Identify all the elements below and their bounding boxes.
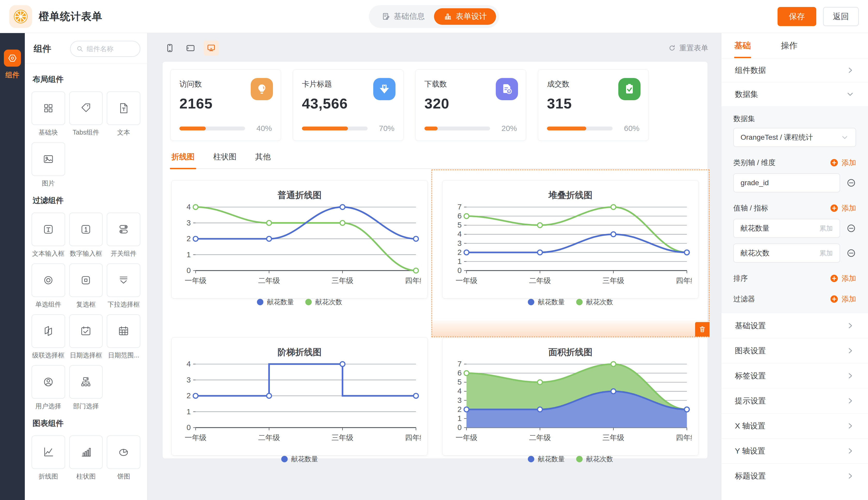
component-item[interactable]: 复选框 <box>69 263 103 309</box>
tag-icon <box>79 102 92 115</box>
stat-card[interactable]: 卡片标题 43,566 ¥ 70% <box>293 69 403 141</box>
component-item[interactable]: 级联选择框 <box>32 314 65 360</box>
tab-form-design[interactable]: 表单设计 <box>434 8 496 25</box>
remove-value-button[interactable] <box>846 224 856 233</box>
component-search-input[interactable] <box>87 45 133 53</box>
legend-item[interactable]: 献花次数 <box>576 455 613 464</box>
hexagon-icon <box>7 53 18 64</box>
add-sort-button[interactable]: 添加 <box>830 273 856 283</box>
delete-selected-button[interactable] <box>695 322 710 337</box>
stat-card[interactable]: 下载数 320 20% <box>415 69 526 141</box>
chart-card-1[interactable]: 堆叠折线图 01234567一年级二年级三年级四年级 献花数量 献花次数 <box>442 180 699 298</box>
stat-percent: 70% <box>373 124 394 133</box>
component-item[interactable]: 单选组件 <box>32 263 65 309</box>
component-item[interactable]: 部门选择 <box>69 365 103 410</box>
svg-text:¥: ¥ <box>383 85 386 90</box>
stat-card[interactable]: 访问数 2165 40% <box>170 69 281 141</box>
settings-row[interactable]: X 轴设置 <box>721 413 868 438</box>
dataset-collapse-row[interactable]: 数据集 <box>721 82 868 106</box>
tab-basic-info[interactable]: 基础信息 <box>372 8 434 25</box>
legend-item[interactable]: 献花数量 <box>528 455 565 464</box>
component-item-label: 折线图 <box>32 472 65 481</box>
legend-item[interactable]: 献花数量 <box>281 455 318 464</box>
svg-text:5: 5 <box>457 378 461 386</box>
component-item-label: 部门选择 <box>69 402 103 410</box>
chart-card-2[interactable]: 阶梯折线图 01234一年级二年级三年级四年级 献花数量 <box>171 337 428 456</box>
chart-card-0[interactable]: 普通折线图 01234一年级二年级三年级四年级 献花数量 献花次数 <box>171 180 428 298</box>
component-item[interactable]: 文本 <box>107 91 140 137</box>
settings-row[interactable]: 基础设置 <box>721 313 868 338</box>
chart-cell: 普通折线图 01234一年级二年级三年级四年级 献花数量 献花次数 <box>171 180 428 298</box>
component-item[interactable]: 日期范围... <box>107 314 140 360</box>
form-sheet[interactable]: 访问数 2165 40% 卡片标题 43,566 ¥ 70% 下载数 320 2… <box>162 61 708 459</box>
add-dimension-button[interactable]: 添加 <box>830 158 856 168</box>
bulb-icon <box>251 78 273 100</box>
component-item[interactable]: 下拉选择框 <box>107 263 140 309</box>
legend-item[interactable]: 献花次数 <box>576 297 613 307</box>
component-item-label: 单选组件 <box>32 300 65 309</box>
component-item[interactable]: 日期选择框 <box>69 314 103 360</box>
component-item[interactable]: 文本输入框 <box>32 213 65 258</box>
tab-basic[interactable]: 基础 <box>734 33 751 58</box>
svg-text:2: 2 <box>457 405 461 413</box>
minus-icon <box>846 248 856 258</box>
value-field[interactable]: 献花次数 累加 <box>733 243 840 263</box>
rail-components-button[interactable] <box>4 49 21 67</box>
svg-text:二年级: 二年级 <box>529 276 551 285</box>
device-toggle-tablet[interactable] <box>183 41 198 56</box>
value-field[interactable]: 献花数量 累加 <box>733 219 840 238</box>
chart-cell: 阶梯折线图 01234一年级二年级三年级四年级 献花数量 <box>171 337 428 456</box>
component-data-row[interactable]: 组件数据 <box>721 58 868 82</box>
add-value-button[interactable]: 添加 <box>830 203 856 213</box>
component-item[interactable]: 用户选择 <box>32 365 65 410</box>
settings-row[interactable]: 标签设置 <box>721 363 868 388</box>
component-search[interactable] <box>70 41 140 57</box>
stat-card[interactable]: 成交数 315 60% <box>538 69 648 141</box>
chart-legend: 献花数量 献花次数 <box>449 297 692 307</box>
chevron-right-icon <box>846 471 855 480</box>
legend-item[interactable]: 献花次数 <box>305 297 342 307</box>
legend-item[interactable]: 献花数量 <box>257 297 294 307</box>
save-button[interactable]: 保存 <box>778 7 816 26</box>
tab-actions[interactable]: 操作 <box>781 33 798 58</box>
stat-percent: 20% <box>496 124 517 133</box>
svg-text:四年级: 四年级 <box>676 276 692 285</box>
component-item[interactable]: 饼图 <box>107 435 140 481</box>
component-item[interactable]: 柱状图 <box>69 435 103 481</box>
settings-row[interactable]: 提示设置 <box>721 388 868 413</box>
reset-form-button[interactable]: 重置表单 <box>668 43 708 53</box>
chart-title: 阶梯折线图 <box>178 346 421 358</box>
back-button[interactable]: 返回 <box>823 7 859 26</box>
chart-legend: 献花数量 献花次数 <box>449 455 692 464</box>
remove-dimension-button[interactable] <box>846 178 856 188</box>
component-item[interactable]: 折线图 <box>32 435 65 481</box>
dimension-field[interactable]: grade_id <box>733 173 840 192</box>
aggregation-badge: 累加 <box>820 249 833 258</box>
remove-value-button[interactable] <box>846 248 856 258</box>
chart-card-3[interactable]: 面积折线图 01234567一年级二年级三年级四年级 献花数量 献花次数 <box>442 337 699 456</box>
component-item-label: Tabs组件 <box>69 128 103 137</box>
device-toggle-desktop[interactable] <box>204 41 219 56</box>
file-upload-icon <box>496 78 518 100</box>
chart-tab-1[interactable]: 柱状图 <box>213 151 236 168</box>
settings-row[interactable]: 图表设置 <box>721 338 868 363</box>
dataset-select[interactable]: OrangeTest / 课程统计 <box>733 128 856 147</box>
chart-tab-0[interactable]: 折线图 <box>171 151 194 168</box>
component-item[interactable]: 开关组件 <box>107 213 140 258</box>
component-item[interactable]: 基础块 <box>32 91 65 137</box>
component-item[interactable]: Tabs组件 <box>69 91 103 137</box>
settings-row[interactable]: 标题设置 <box>721 464 868 488</box>
phone-icon <box>165 43 175 53</box>
add-filter-button[interactable]: 添加 <box>830 294 856 304</box>
settings-row[interactable]: Y 轴设置 <box>721 439 868 463</box>
component-item-label: 用户选择 <box>32 402 65 410</box>
component-item[interactable]: 数字输入框 <box>69 213 103 258</box>
device-toggle-phone[interactable] <box>162 41 177 56</box>
svg-text:一年级: 一年级 <box>185 276 207 285</box>
component-item[interactable]: 图片 <box>32 142 65 188</box>
chart-tab-2[interactable]: 其他 <box>255 151 271 168</box>
plus-icon <box>830 204 838 213</box>
stat-progress: 60% <box>547 124 639 133</box>
stat-percent: 40% <box>251 124 272 133</box>
legend-item[interactable]: 献花数量 <box>528 297 565 307</box>
